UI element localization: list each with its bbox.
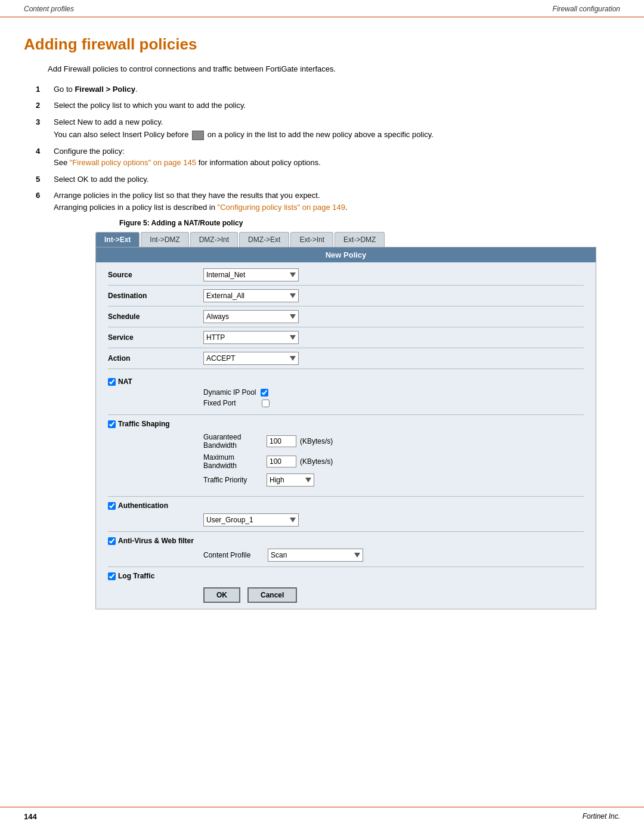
dynamic-ip-row: Dynamic IP Pool: [203, 388, 584, 397]
service-select[interactable]: HTTP: [203, 331, 299, 344]
page-title: Adding firewall policies: [24, 35, 620, 54]
steps-list: 1 Go to Firewall > Policy. 2 Select the …: [36, 83, 620, 213]
destination-select[interactable]: External_All: [203, 289, 299, 302]
insert-policy-icon: [192, 131, 204, 140]
step-5-num: 5: [36, 174, 54, 185]
step-2-content: Select the policy list to which you want…: [54, 100, 620, 112]
traffic-priority-label: Traffic Priority: [203, 476, 263, 484]
source-control: Internal_Net: [203, 268, 299, 281]
form-box: New Policy Source Internal_Net Destinati…: [95, 247, 596, 609]
destination-row: Destination External_All: [108, 289, 584, 306]
footer-company: Fortinet Inc.: [583, 812, 620, 821]
header-left: Content profiles: [24, 5, 74, 13]
av-label: Anti-Virus & Web filter: [118, 537, 194, 545]
step-2: 2 Select the policy list to which you wa…: [36, 100, 620, 112]
tabs-container: Int->Ext Int->DMZ DMZ->Int DMZ->Ext Ext-…: [95, 232, 596, 247]
cancel-button[interactable]: Cancel: [247, 587, 297, 603]
ok-button[interactable]: OK: [203, 587, 240, 603]
dynamic-ip-label: Dynamic IP Pool: [203, 388, 256, 397]
auth-select[interactable]: User_Group_1: [203, 513, 299, 527]
action-row: Action ACCEPT: [108, 352, 584, 369]
tab-int-dmz[interactable]: Int->DMZ: [141, 232, 188, 247]
step-3-content: Select New to add a new policy. You can …: [54, 116, 620, 141]
content-profile-select[interactable]: Scan: [268, 549, 363, 562]
traffic-shaping-header: Traffic Shaping: [108, 420, 584, 428]
dynamic-ip-checkbox[interactable]: [261, 389, 268, 397]
nat-label: NAT: [118, 377, 132, 386]
schedule-label: Schedule: [108, 312, 203, 321]
action-control: ACCEPT: [203, 352, 299, 365]
traffic-shaping-section: Traffic Shaping GuaranteedBandwidth (KBy…: [108, 420, 584, 497]
tab-int-ext[interactable]: Int->Ext: [95, 232, 140, 247]
step-5: 5 Select OK to add the policy.: [36, 174, 620, 185]
authentication-section: Authentication User_Group_1: [108, 501, 584, 532]
maximum-bandwidth-label: MaximumBandwidth: [203, 453, 263, 470]
tab-ext-int[interactable]: Ext->Int: [290, 232, 333, 247]
auth-header: Authentication: [108, 501, 584, 510]
av-section: Anti-Virus & Web filter Content Profile …: [108, 537, 584, 567]
guaranteed-bandwidth-row: GuaranteedBandwidth (KBytes/s): [203, 433, 584, 450]
figure-caption: Figure 5: Adding a NAT/Route policy: [119, 219, 620, 227]
log-traffic-checkbox[interactable]: [108, 572, 116, 580]
fixed-port-checkbox[interactable]: [262, 400, 270, 407]
content-profile-label: Content Profile: [203, 551, 263, 559]
step-4: 4 Configure the policy: See "Firewall po…: [36, 145, 620, 169]
step-4-content: Configure the policy: See "Firewall poli…: [54, 145, 620, 169]
traffic-priority-select[interactable]: High Medium Low: [267, 473, 314, 487]
form-body: Source Internal_Net Destination External…: [96, 262, 596, 609]
traffic-fields: GuaranteedBandwidth (KBytes/s) MaximumBa…: [203, 433, 584, 487]
step-6-num: 6: [36, 190, 54, 213]
form-title: New Policy: [96, 247, 596, 262]
source-row: Source Internal_Net: [108, 268, 584, 286]
step-6-link[interactable]: "Configuring policy lists" on page 149: [218, 203, 345, 212]
auth-label: Authentication: [118, 501, 168, 510]
service-label: Service: [108, 333, 203, 342]
step-5-content: Select OK to add the policy.: [54, 174, 620, 185]
guaranteed-bandwidth-unit: (KBytes/s): [300, 437, 333, 445]
nat-checkbox[interactable]: [108, 378, 116, 386]
step-1: 1 Go to Firewall > Policy.: [36, 83, 620, 95]
av-checkbox[interactable]: [108, 537, 116, 545]
auth-fields: User_Group_1: [203, 513, 584, 527]
schedule-select[interactable]: Always: [203, 310, 299, 323]
traffic-shaping-label: Traffic Shaping: [118, 420, 170, 428]
step-3-num: 3: [36, 116, 54, 141]
log-header: Log Traffic: [108, 572, 584, 580]
policy-form-wrapper: Int->Ext Int->DMZ DMZ->Int DMZ->Ext Ext-…: [95, 232, 596, 609]
av-fields: Content Profile Scan: [203, 549, 584, 562]
fixed-port-label: Fixed Port: [203, 399, 257, 407]
schedule-row: Schedule Always: [108, 310, 584, 327]
step-4-num: 4: [36, 145, 54, 169]
guaranteed-bandwidth-input[interactable]: [267, 435, 296, 447]
header-right: Firewall configuration: [553, 5, 620, 13]
action-select[interactable]: ACCEPT: [203, 352, 299, 365]
tab-ext-dmz[interactable]: Ext->DMZ: [335, 232, 385, 247]
step-4-link[interactable]: "Firewall policy options" on page 145: [70, 158, 196, 167]
footer-page-num: 144: [24, 812, 37, 821]
source-label: Source: [108, 271, 203, 279]
maximum-bandwidth-input[interactable]: [267, 456, 296, 467]
destination-label: Destination: [108, 292, 203, 300]
av-header: Anti-Virus & Web filter: [108, 537, 584, 545]
nat-section: NAT Dynamic IP Pool Fixed Port: [108, 377, 584, 415]
main-content: Adding firewall policies Add Firewall po…: [0, 17, 644, 633]
fixed-port-row: Fixed Port: [203, 399, 584, 407]
source-select[interactable]: Internal_Net: [203, 268, 299, 281]
action-label: Action: [108, 354, 203, 363]
maximum-bandwidth-row: MaximumBandwidth (KBytes/s): [203, 453, 584, 470]
page-header: Content profiles Firewall configuration: [0, 0, 644, 17]
button-row: OK Cancel: [203, 587, 584, 603]
step-3: 3 Select New to add a new policy. You ca…: [36, 116, 620, 141]
step-1-content: Go to Firewall > Policy.: [54, 83, 620, 95]
nat-header: NAT: [108, 377, 584, 386]
auth-checkbox[interactable]: [108, 502, 116, 510]
tab-dmz-ext[interactable]: DMZ->Ext: [239, 232, 289, 247]
service-row: Service HTTP: [108, 331, 584, 348]
nat-fields: Dynamic IP Pool Fixed Port: [203, 388, 584, 407]
maximum-bandwidth-unit: (KBytes/s): [300, 457, 333, 466]
traffic-shaping-checkbox[interactable]: [108, 420, 116, 428]
step-1-num: 1: [36, 83, 54, 95]
tab-dmz-int[interactable]: DMZ->Int: [190, 232, 238, 247]
intro-text: Add Firewall policies to control connect…: [48, 63, 620, 75]
service-control: HTTP: [203, 331, 299, 344]
